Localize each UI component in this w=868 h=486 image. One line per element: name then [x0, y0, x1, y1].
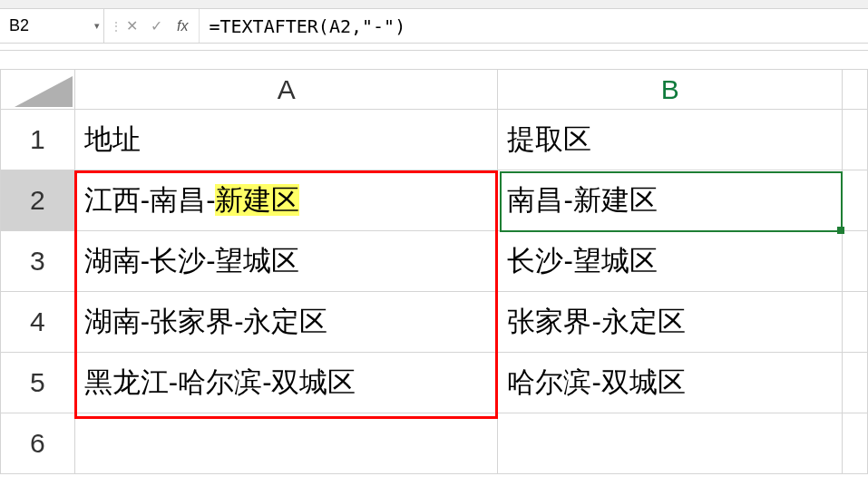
- ribbon-fragment: [0, 0, 868, 9]
- formula-text: =TEXTAFTER(A2,"-"): [209, 15, 405, 37]
- row-header-4[interactable]: 4: [1, 292, 75, 353]
- cell-c5[interactable]: [843, 353, 868, 413]
- column-header-b[interactable]: B: [498, 70, 843, 110]
- formula-bar: B2 ▾ ⋮ ✕ ✓ fx =TEXTAFTER(A2,"-"): [0, 9, 868, 44]
- formula-bar-controls: ⋮ ✕ ✓ fx: [104, 9, 200, 43]
- cell-b5[interactable]: 哈尔滨-双城区: [498, 353, 843, 413]
- cell-c3[interactable]: [843, 231, 868, 292]
- row-header-3[interactable]: 3: [1, 231, 75, 292]
- spreadsheet-grid[interactable]: A B 1 地址 提取区 2 江西-南昌-新建区 南昌-新建区 3 湖南-长沙-…: [0, 69, 868, 474]
- row-header-2[interactable]: 2: [1, 170, 75, 231]
- row-2: 2 江西-南昌-新建区 南昌-新建区: [1, 170, 868, 231]
- name-box[interactable]: B2 ▾: [0, 9, 104, 43]
- row-6: 6: [1, 413, 868, 474]
- row-3: 3 湖南-长沙-望城区 长沙-望城区: [1, 231, 868, 292]
- cell-a5[interactable]: 黑龙江-哈尔滨-双城区: [74, 353, 498, 413]
- cell-a1[interactable]: 地址: [74, 110, 498, 170]
- row-header-1[interactable]: 1: [1, 110, 75, 170]
- divider: [0, 44, 868, 51]
- cell-a6[interactable]: [74, 413, 498, 474]
- cell-b6[interactable]: [498, 413, 843, 474]
- cell-b4[interactable]: 张家界-永定区: [498, 292, 843, 353]
- row-1: 1 地址 提取区: [1, 110, 868, 170]
- row-header-6[interactable]: 6: [1, 413, 75, 474]
- cell-b2[interactable]: 南昌-新建区: [498, 170, 843, 231]
- expand-icon[interactable]: ⋮: [110, 19, 117, 34]
- chevron-down-icon[interactable]: ▾: [94, 20, 100, 32]
- cell-a2-pre: 江西-南昌-: [84, 184, 216, 216]
- row-header-5[interactable]: 5: [1, 353, 75, 413]
- cell-a3[interactable]: 湖南-长沙-望城区: [74, 231, 498, 292]
- cell-b3[interactable]: 长沙-望城区: [498, 231, 843, 292]
- fx-icon[interactable]: fx: [171, 18, 193, 34]
- row-4: 4 湖南-张家界-永定区 张家界-永定区: [1, 292, 868, 353]
- column-header-c[interactable]: [843, 70, 868, 110]
- cell-a4[interactable]: 湖南-张家界-永定区: [74, 292, 498, 353]
- spacer: [0, 51, 868, 69]
- accept-formula-icon[interactable]: ✓: [147, 17, 166, 34]
- cell-c6[interactable]: [843, 413, 868, 474]
- cell-a2[interactable]: 江西-南昌-新建区: [74, 170, 498, 231]
- row-5: 5 黑龙江-哈尔滨-双城区 哈尔滨-双城区: [1, 353, 868, 413]
- cell-c4[interactable]: [843, 292, 868, 353]
- cell-c2[interactable]: [843, 170, 868, 231]
- name-box-value: B2: [9, 16, 29, 35]
- select-all-corner[interactable]: [1, 70, 75, 110]
- column-header-a[interactable]: A: [74, 70, 498, 110]
- cell-c1[interactable]: [843, 110, 868, 170]
- cell-a2-highlight: 新建区: [215, 184, 299, 216]
- cancel-formula-icon[interactable]: ✕: [122, 17, 141, 34]
- formula-input[interactable]: =TEXTAFTER(A2,"-"): [200, 9, 868, 43]
- cell-b1[interactable]: 提取区: [498, 110, 843, 170]
